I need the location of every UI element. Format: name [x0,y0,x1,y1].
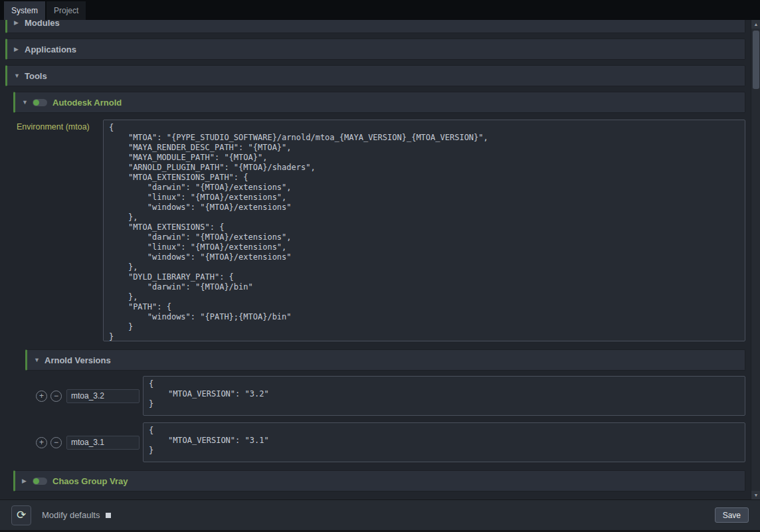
subsection-header-arnold-versions[interactable]: ▼ Arnold Versions [25,349,745,371]
arnold-versions-body: + − { "MTOA_VERSION": "3.2" } + − { "MTO… [25,376,745,462]
version-json-textarea[interactable]: { "MTOA_VERSION": "3.2" } [143,376,745,416]
tab-project[interactable]: Project [47,1,86,20]
vertical-scrollbar[interactable]: ▲ ▼ [751,20,760,499]
chevron-down-icon: ▼ [22,99,33,106]
scroll-down-button[interactable]: ▼ [751,491,760,499]
section-title-applications: Applications [25,44,76,54]
footer-bar: ⟳ Modify defaults Save [0,499,760,530]
chevron-right-icon: ▶ [14,46,25,52]
remove-version-button[interactable]: − [50,391,62,402]
arnold-enabled-toggle[interactable] [33,99,47,106]
settings-content: ▶ Modules ▶ Applications ▼ Tools ▼ Autod… [0,20,751,499]
section-header-modules[interactable]: ▶ Modules [5,20,745,33]
refresh-button[interactable]: ⟳ [11,505,31,525]
version-name-input[interactable] [66,436,140,450]
add-version-button[interactable]: + [36,391,47,402]
vray-title: Chaos Group Vray [52,476,128,486]
add-version-button[interactable]: + [36,437,47,448]
modify-defaults-checkbox[interactable] [106,513,111,518]
tab-system[interactable]: System [4,1,45,20]
environment-mtoa-label: Environment (mtoa) [13,120,103,132]
tools-section-body: ▼ Autodesk Arnold Environment (mtoa) { "… [5,92,745,491]
chevron-down-icon: ▼ [34,357,45,363]
section-header-tools[interactable]: ▼ Tools [5,65,745,86]
environment-mtoa-textarea[interactable]: { "MTOA": "{PYPE_STUDIO_SOFTWARE}/arnold… [103,120,745,341]
version-name-input[interactable] [66,389,140,403]
scrollbar-thumb[interactable] [753,31,759,89]
version-row: + − { "MTOA_VERSION": "3.1" } [36,422,745,462]
remove-version-button[interactable]: − [50,437,62,448]
settings-scroll-area: ▶ Modules ▶ Applications ▼ Tools ▼ Autod… [0,20,760,499]
save-button[interactable]: Save [715,507,749,523]
scroll-up-button[interactable]: ▲ [751,20,760,29]
subsection-header-arnold[interactable]: ▼ Autodesk Arnold [13,92,745,113]
top-tab-bar: System Project [0,0,760,20]
arnold-environment-row: Environment (mtoa) { "MTOA": "{PYPE_STUD… [13,120,745,341]
section-title-tools: Tools [25,71,47,81]
section-header-applications[interactable]: ▶ Applications [5,39,745,60]
version-json-textarea[interactable]: { "MTOA_VERSION": "3.1" } [143,422,745,462]
chevron-down-icon: ▼ [14,72,25,79]
modify-defaults-label: Modify defaults [42,510,100,520]
arnold-title: Autodesk Arnold [52,98,122,108]
section-title-modules: Modules [25,20,60,28]
chevron-right-icon: ▶ [14,20,25,26]
vray-enabled-toggle[interactable] [33,478,47,485]
settings-window: System Project ▶ Modules ▶ Applications … [0,0,760,532]
chevron-right-icon: ▶ [22,478,33,484]
version-row: + − { "MTOA_VERSION": "3.2" } [36,376,745,416]
subsection-header-vray[interactable]: ▶ Chaos Group Vray [13,470,745,491]
arnold-versions-title: Arnold Versions [45,355,111,365]
refresh-icon: ⟳ [17,509,26,521]
